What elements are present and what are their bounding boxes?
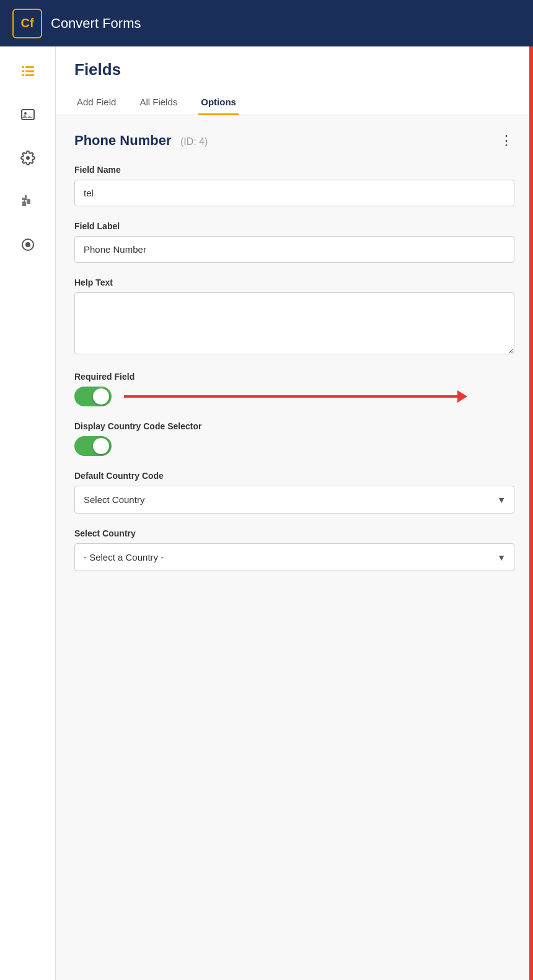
fields-title: Fields [74, 60, 514, 79]
display-country-toggle[interactable] [74, 436, 112, 456]
svg-rect-3 [25, 71, 34, 72]
fields-header: Fields Add Field All Fields Options [56, 46, 533, 115]
toggle-track [74, 387, 112, 406]
more-options-button[interactable]: ⋮ [500, 134, 514, 147]
default-country-select[interactable]: Select Country [74, 486, 514, 514]
sidebar-icon-settings[interactable] [15, 146, 40, 170]
required-field-toggle[interactable] [74, 387, 112, 406]
field-label-label: Field Label [74, 221, 514, 231]
help-text-input[interactable] [74, 292, 514, 354]
field-title-row: Phone Number (ID: 4) ⋮ [74, 133, 514, 149]
svg-rect-5 [25, 74, 34, 76]
sidebar-icon-record[interactable] [15, 232, 40, 257]
svg-rect-4 [22, 74, 24, 76]
select-country-group: Select Country - Select a Country - ▼ [74, 528, 514, 571]
required-field-group: Required Field [74, 372, 514, 406]
tab-all-fields[interactable]: All Fields [137, 90, 180, 115]
field-id: (ID: 4) [180, 136, 208, 147]
field-label-input[interactable] [74, 236, 514, 263]
default-country-group: Default Country Code Select Country ▼ [74, 471, 514, 514]
tab-bar: Add Field All Fields Options [74, 90, 514, 115]
main-content: Fields Add Field All Fields Options Phon… [56, 46, 533, 980]
field-name-group: Field Name [74, 165, 514, 206]
app-header: Cf Convert Forms [0, 0, 533, 46]
toggle-track-2 [74, 436, 112, 456]
default-country-select-wrapper: Select Country ▼ [74, 486, 514, 514]
help-text-group: Help Text [74, 278, 514, 357]
select-country-wrapper: - Select a Country - ▼ [74, 543, 514, 571]
field-name-label: Field Name [74, 165, 514, 175]
field-heading: Phone Number (ID: 4) [74, 133, 208, 149]
options-content: Phone Number (ID: 4) ⋮ Field Name Field … [56, 115, 533, 611]
toggle-thumb [93, 388, 109, 405]
required-toggle-row [74, 387, 514, 406]
sidebar-icon-plugin[interactable] [15, 189, 40, 214]
default-country-label: Default Country Code [74, 471, 514, 481]
sidebar-icon-image[interactable] [15, 102, 40, 127]
app-title: Convert Forms [51, 15, 141, 32]
field-name-input[interactable] [74, 180, 514, 206]
sidebar-icon-list[interactable] [15, 59, 40, 84]
select-country-label: Select Country [74, 528, 514, 538]
required-field-label: Required Field [74, 372, 514, 382]
tab-options[interactable]: Options [198, 90, 239, 115]
svg-rect-0 [22, 66, 24, 68]
svg-point-8 [25, 242, 30, 247]
display-country-label: Display Country Code Selector [74, 421, 514, 431]
arrow-head [457, 390, 467, 403]
field-title: Phone Number [74, 133, 171, 148]
field-label-group: Field Label [74, 221, 514, 263]
select-country-select[interactable]: - Select a Country - [74, 543, 514, 571]
sidebar [0, 46, 56, 980]
logo: Cf [12, 9, 42, 38]
toggle-thumb-2 [93, 438, 109, 454]
arrow-line [124, 395, 459, 398]
red-arrow-annotation [124, 390, 467, 403]
svg-point-7 [24, 112, 27, 115]
tab-add-field[interactable]: Add Field [74, 90, 118, 115]
red-accent-bar [529, 46, 533, 980]
help-text-label: Help Text [74, 278, 514, 287]
display-country-group: Display Country Code Selector [74, 421, 514, 456]
svg-rect-1 [25, 66, 34, 68]
svg-rect-2 [22, 71, 24, 72]
